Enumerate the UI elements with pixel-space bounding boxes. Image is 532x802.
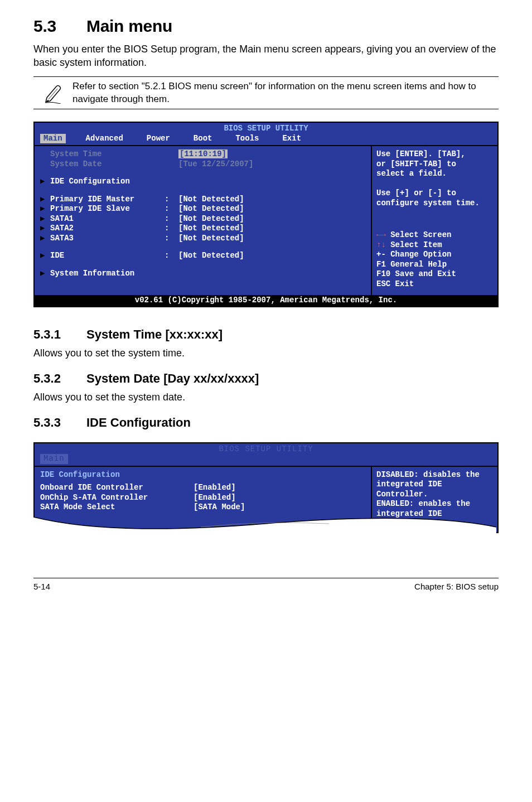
- bios-row-value: [Not Detected]: [178, 251, 365, 261]
- bios2-row-1-label: OnChip S-ATA Controller: [40, 493, 194, 503]
- bios2-row-2-value: [SATA Mode]: [194, 503, 365, 513]
- bios-help-line: [376, 179, 493, 189]
- bios-help-line: or [SHIFT-TAB] to: [376, 160, 493, 170]
- bios2-tab-main[interactable]: Main: [40, 454, 68, 464]
- section-number: 5.3: [33, 17, 86, 36]
- bios2-row-1[interactable]: OnChip S-ATA Controller [Enabled]: [40, 493, 365, 503]
- bios-row[interactable]: ▶SATA2:[Not Detected]: [40, 224, 365, 234]
- bios-row[interactable]: ▶System Information: [40, 269, 365, 279]
- bios-row-label: Primary IDE Slave: [50, 204, 165, 214]
- bios-right-pane: Use [ENTER]. [TAB],or [SHIFT-TAB] tosele…: [372, 145, 497, 295]
- bios-row-label: SATA3: [50, 234, 165, 244]
- bios-nav-line: ↑↓ Select Item: [376, 240, 493, 250]
- triangle-right-icon: ▶: [40, 195, 50, 205]
- intro-paragraph: When you enter the BIOS Setup program, t…: [33, 42, 499, 70]
- page-footer: 5-14 Chapter 5: BIOS setup: [33, 578, 499, 591]
- bios-help-line: configure system time.: [376, 199, 493, 209]
- bios2-help-line: integrated IDE: [376, 509, 493, 519]
- bios-row-colon: :: [165, 234, 178, 244]
- bios2-title: BIOS SETUP UTILITY: [35, 443, 497, 455]
- bios-nav-text: Change Option: [390, 250, 451, 259]
- bios-row-colon: :: [165, 204, 178, 214]
- bios-row[interactable]: ▶Primary IDE Slave:[Not Detected]: [40, 204, 365, 214]
- bios-tab-exit[interactable]: Exit: [279, 134, 304, 144]
- bios-row-colon: :: [165, 214, 178, 224]
- bios-row-label: Primary IDE Master: [50, 195, 165, 205]
- subsection-number-3: 5.3.3: [33, 416, 86, 430]
- bios-help-line: Use [ENTER]. [TAB],: [376, 149, 493, 160]
- bios-row-colon: :: [165, 195, 178, 205]
- subsection-heading-3: 5.3.3IDE Configuration: [33, 416, 499, 430]
- triangle-right-icon: ▶: [40, 214, 50, 224]
- subsection-text-2: Allows you to set the system date.: [33, 392, 499, 403]
- bios2-left-pane: IDE Configuration Onboard IDE Controller…: [35, 466, 372, 532]
- bios-footer: v02.61 (C)Copyright 1985-2007, American …: [35, 295, 497, 306]
- bios-row-value: [Not Detected]: [178, 195, 365, 205]
- page-footer-left: 5-14: [33, 582, 50, 591]
- bios-row-value: [Not Detected]: [178, 234, 365, 244]
- bios-title: BIOS SETUP UTILITY: [35, 123, 497, 134]
- bios-help-line: Use [+] or [-] to: [376, 189, 493, 199]
- bios-row[interactable]: System Date[Tue 12/25/2007]: [40, 160, 365, 170]
- subsection-heading-1: 5.3.1System Time [xx:xx:xx]: [33, 327, 499, 342]
- note-text: Refer to section "5.2.1 BIOS menu screen…: [72, 80, 499, 106]
- bios-screenshot-ide: BIOS SETUP UTILITY Main IDE Configuratio…: [33, 442, 499, 533]
- bios-row[interactable]: ▶Primary IDE Master:[Not Detected]: [40, 195, 365, 205]
- bios-left-pane: System Time[11:10:19]System Date[Tue 12/…: [35, 145, 372, 295]
- bios-tab-tools[interactable]: Tools: [232, 134, 262, 144]
- bios-row-label: IDE: [50, 251, 165, 261]
- bios-tabs: Main Advanced Power Boot Tools Exit: [35, 134, 497, 146]
- bios-row[interactable]: ▶IDE Configuration: [40, 177, 365, 187]
- bios-nav-symbol: ↑↓: [376, 240, 390, 249]
- triangle-right-icon: ▶: [40, 177, 50, 187]
- bios-row[interactable]: ▶IDE:[Not Detected]: [40, 251, 365, 261]
- bios-nav-symbol: F10: [376, 269, 395, 278]
- bios2-row-2[interactable]: SATA Mode Select [SATA Mode]: [40, 503, 365, 513]
- bios-row-spacer: [40, 169, 365, 177]
- subsection-number-2: 5.3.2: [33, 371, 86, 386]
- bios-nav-symbol: ESC: [376, 279, 395, 288]
- bios-tab-advanced[interactable]: Advanced: [83, 134, 127, 144]
- bios-row-spacer: [40, 187, 365, 195]
- bios-tab-power[interactable]: Power: [143, 134, 173, 144]
- bios-nav-symbol: +-: [376, 250, 390, 259]
- bios-row-value: [Not Detected]: [178, 214, 365, 224]
- bios-nav-text: General Help: [390, 260, 447, 269]
- bios-row[interactable]: ▶SATA1:[Not Detected]: [40, 214, 365, 224]
- subsection-title-2: System Date [Day xx/xx/xxxx]: [86, 371, 259, 385]
- bios2-help-line: DISABLED: disables the: [376, 470, 493, 480]
- bios-tab-boot[interactable]: Boot: [190, 134, 216, 144]
- subsection-heading-2: 5.3.2System Date [Day xx/xx/xxxx]: [33, 371, 499, 386]
- bios-nav-text: Save and Exit: [395, 269, 456, 278]
- bios-nav-text: Select Item: [390, 240, 442, 249]
- bios-screenshot-main: BIOS SETUP UTILITY Main Advanced Power B…: [33, 122, 499, 307]
- bios2-help-line: Controller.: [376, 490, 493, 500]
- bios-row-value: [Not Detected]: [178, 204, 365, 214]
- bios-row-colon: :: [165, 251, 178, 261]
- bios-row[interactable]: ▶SATA3:[Not Detected]: [40, 234, 365, 244]
- bios-nav-symbol: F1: [376, 260, 390, 269]
- bios2-tabs: Main: [35, 454, 497, 466]
- bios-nav-line: +- Change Option: [376, 250, 493, 260]
- bios-row-value: [11:10:19]: [178, 149, 365, 160]
- bios-row-value: [Not Detected]: [178, 224, 365, 234]
- bios-row[interactable]: System Time[11:10:19]: [40, 149, 365, 160]
- bios2-help-line: integrated IDE: [376, 480, 493, 490]
- triangle-right-icon: ▶: [40, 234, 50, 244]
- bios-row-label: System Time: [50, 149, 165, 160]
- bios-row-spacer: [40, 243, 365, 251]
- bios-nav-text: Exit: [395, 279, 414, 288]
- bios2-help-line: Controller.: [376, 519, 493, 529]
- note-box: Refer to section "5.2.1 BIOS menu screen…: [33, 76, 499, 110]
- bios-tab-main[interactable]: Main: [40, 134, 66, 144]
- bios-nav-help: ←→ Select Screen↑↓ Select Item+- Change …: [376, 230, 493, 289]
- bios-nav-text: Select Screen: [390, 230, 451, 239]
- bios-help-text: Use [ENTER]. [TAB],or [SHIFT-TAB] tosele…: [376, 149, 493, 208]
- triangle-right-icon: ▶: [40, 224, 50, 234]
- bios-row-label: System Date: [50, 160, 165, 170]
- bios2-row-0[interactable]: Onboard IDE Controller [Enabled]: [40, 483, 365, 493]
- bios-row-colon: :: [165, 224, 178, 234]
- subsection-number-1: 5.3.1: [33, 327, 86, 342]
- triangle-right-icon: ▶: [40, 251, 50, 261]
- bios-row-label: SATA1: [50, 214, 165, 224]
